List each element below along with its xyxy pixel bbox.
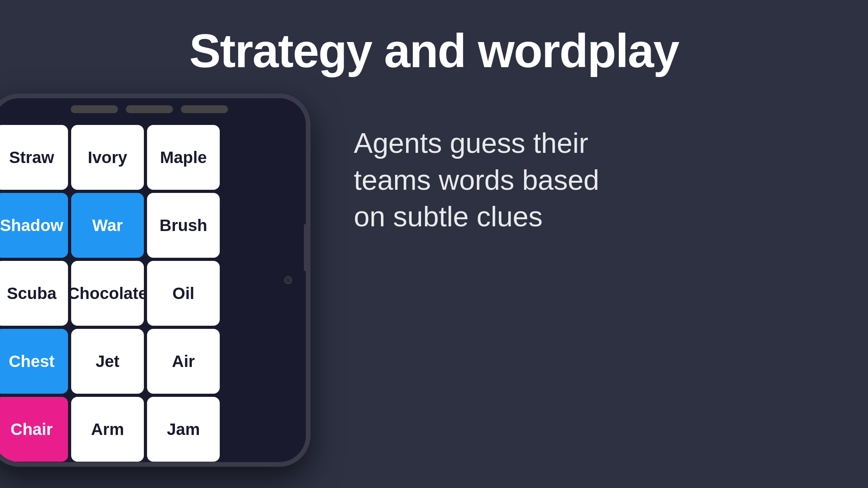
grid-cell-air[interactable]: Air (147, 329, 220, 394)
grid-cell-shadow[interactable]: Shadow (0, 193, 68, 258)
right-content: Agents guess their teams words based on … (322, 94, 868, 235)
cell-text: Chocolate (68, 284, 147, 303)
cell-text: Shadow (0, 216, 63, 235)
grid-cell-brush[interactable]: Brush (147, 193, 220, 258)
phone-side-button (304, 224, 307, 271)
cell-text: Chair (11, 420, 53, 439)
grid-cell-jam[interactable]: Jam (147, 397, 220, 462)
cell-text: Brush (160, 216, 207, 235)
headline-section: Strategy and wordplay (0, 0, 868, 94)
grid-cell-chocolate[interactable]: Chocolate (71, 261, 144, 326)
description-text: Agents guess their teams words based on … (354, 125, 629, 235)
word-grid: eam Straw Ivory Maple ad (0, 122, 252, 465)
cell-text: War (92, 216, 123, 235)
main-title: Strategy and wordplay (0, 24, 868, 78)
grid-cell-ivory[interactable]: Ivory (71, 125, 144, 190)
grid-cell-chest[interactable]: Chest (0, 329, 68, 394)
cell-text: Oil (172, 284, 194, 303)
cell-text: Straw (9, 148, 54, 167)
grid-cell-arm[interactable]: Arm (71, 397, 144, 462)
page-container: Strategy and wordplay eam (0, 0, 868, 488)
grid-cell-jet[interactable]: Jet (71, 329, 144, 394)
cell-text: Jam (167, 420, 200, 439)
grid-cell-maple[interactable]: Maple (147, 125, 220, 190)
cell-text: Maple (160, 148, 207, 167)
phone-camera-icon (284, 276, 292, 284)
phone-area: eam Straw Ivory Maple ad (0, 94, 322, 467)
phone-pill-2 (126, 105, 173, 113)
grid-cell-chair[interactable]: Chair (0, 397, 68, 462)
cell-text: Air (172, 352, 195, 371)
main-content: eam Straw Ivory Maple ad (0, 94, 868, 488)
phone-pill-1 (71, 105, 118, 113)
cell-text: Chest (9, 352, 55, 371)
cell-text: Jet (96, 352, 120, 371)
cell-text: Arm (91, 420, 124, 439)
phone-body: eam Straw Ivory Maple ad (0, 94, 311, 467)
cell-text: Scuba (7, 284, 56, 303)
grid-cell-oil[interactable]: Oil (147, 261, 220, 326)
grid-cell-war[interactable]: War (71, 193, 144, 258)
phone-pill-3 (181, 105, 228, 113)
grid-cell-straw[interactable]: Straw (0, 125, 68, 190)
phone-top-bar (0, 98, 306, 118)
grid-cell-scuba[interactable]: Scuba (0, 261, 68, 326)
cell-text: Ivory (88, 148, 127, 167)
